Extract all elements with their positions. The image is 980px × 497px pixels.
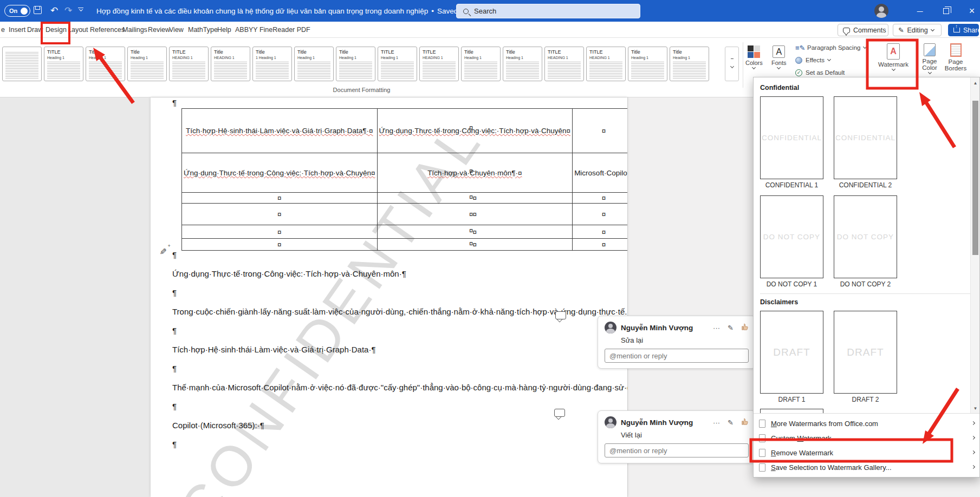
style-set-thumbnail[interactable]: Title 1 Heading 1 — [252, 47, 292, 81]
page-borders-icon — [950, 43, 962, 57]
undo-icon[interactable]: ↶ — [48, 4, 61, 17]
table-cell[interactable]: ¤ — [573, 193, 627, 204]
comments-button[interactable]: Comments — [838, 24, 888, 36]
comment-anchor-icon[interactable] — [554, 409, 565, 417]
ribbon-tab[interactable]: View — [169, 22, 184, 38]
ribbon-tab[interactable]: Insert — [9, 22, 25, 38]
table-cell[interactable]: Tích·hợp·Hệ·sinh·thái·Làm·việc·và·Giá·tr… — [182, 109, 378, 153]
ribbon-tab[interactable]: Draw — [27, 22, 43, 38]
ribbon-tab[interactable]: Design — [46, 22, 67, 38]
table-cell[interactable]: ¤ — [182, 204, 378, 225]
watermark-icon: A — [887, 43, 900, 60]
save-icon[interactable] — [34, 6, 42, 14]
scroll-up-icon[interactable]: ▲ — [971, 79, 980, 88]
scrollbar-thumb[interactable] — [972, 101, 978, 255]
style-set-thumbnail[interactable]: Title Heading 1 — [461, 47, 501, 81]
watermark-button[interactable]: A Watermark — [871, 43, 916, 70]
table-cell[interactable]: ¤ — [377, 225, 573, 239]
table-cell[interactable]: Ứng·dụng·Thực·tế·trong·Công·việc:·Tích·h… — [377, 109, 573, 153]
colors-button[interactable]: Colors — [745, 45, 763, 69]
scroll-down-icon[interactable]: ▼ — [971, 404, 980, 413]
ribbon-tab[interactable]: e — [1, 22, 5, 38]
style-set-thumbnail[interactable]: TITLE HEADING 1 — [586, 47, 626, 81]
restore-button[interactable] — [935, 0, 957, 22]
watermark-menu-item[interactable]: More Watermarks from Office.com — [754, 416, 979, 431]
style-set-thumbnail[interactable]: Title HEADING 1 — [211, 47, 250, 81]
effects-button[interactable]: Effects — [795, 56, 866, 64]
more-options-icon[interactable]: ··· — [713, 324, 720, 332]
table-cell[interactable]: ¤ — [573, 225, 627, 239]
like-icon[interactable] — [741, 323, 749, 332]
watermark-gallery-item[interactable]: DO NOT COPY DO NOT COPY 2 — [834, 195, 897, 288]
watermark-gallery-item[interactable]: DO NOT COPY DO NOT COPY 1 — [760, 195, 823, 288]
minimize-button[interactable]: ─ — [909, 0, 931, 22]
comment-reply-input[interactable] — [605, 349, 749, 363]
table-row: Tích·hợp·Hệ·sinh·thái·Làm·việc·và·Giá·tr… — [182, 109, 628, 153]
style-set-thumbnail[interactable]: Title Heading 1 — [127, 47, 167, 81]
customize-quick-access-icon[interactable] — [78, 8, 83, 12]
thumbnail-body-lines — [297, 62, 330, 79]
paragraph: ¶ — [172, 439, 486, 450]
editor-pen-icon[interactable]: ✎ — [158, 248, 168, 255]
watermark-menu-item[interactable]: Save Selection to Watermark Gallery... — [754, 460, 979, 475]
style-set-thumbnail[interactable]: Title Heading 1 — [628, 47, 667, 81]
table-cell[interactable]: ¤ — [573, 239, 627, 251]
style-set-thumbnail[interactable]: Title Heading 1 — [503, 47, 542, 81]
ribbon-tab[interactable]: References — [90, 22, 125, 38]
autosave-toggle[interactable]: On — [4, 5, 30, 17]
style-set-thumbnail[interactable]: Title Heading 1 — [336, 47, 375, 81]
style-set-thumbnail[interactable]: TITLE Heading 1 — [44, 47, 83, 81]
page-borders-button[interactable]: Page Borders — [943, 43, 969, 71]
style-set-thumbnail[interactable]: TITLE HEADING 1 — [544, 47, 584, 81]
edit-comment-icon[interactable]: ✎ — [728, 418, 734, 427]
style-set-thumbnail[interactable]: TITLE HEADING 1 — [419, 47, 459, 81]
style-set-thumbnail[interactable] — [2, 47, 42, 81]
ribbon-tab[interactable]: Mailings — [122, 22, 147, 38]
comment-card[interactable]: Nguyễn Minh Vượng ··· ✎ Sửa lại — [598, 316, 756, 369]
comment-reply-input[interactable] — [605, 443, 749, 457]
watermark-menu-item[interactable]: Remove Watermark — [754, 446, 979, 460]
table-cell[interactable]: ¤ — [377, 193, 573, 204]
page-color-button[interactable]: Page Color — [918, 43, 942, 74]
redo-icon[interactable]: ↷ — [62, 4, 75, 17]
gallery-more-button[interactable] — [725, 47, 739, 81]
style-set-thumbnail[interactable]: Title Heading 1 — [294, 47, 334, 81]
comment-card[interactable]: Nguyễn Minh Vượng ··· ✎ Viết lại — [598, 410, 756, 463]
more-options-icon[interactable]: ··· — [713, 418, 720, 427]
table-cell[interactable]: ¤ — [573, 204, 627, 225]
dropdown-scrollbar[interactable]: ▲ ▼ — [970, 77, 979, 414]
ribbon-tab[interactable]: Layout — [68, 22, 88, 38]
like-icon[interactable] — [741, 418, 749, 427]
fonts-button[interactable]: A Fonts — [771, 45, 787, 69]
share-button[interactable]: Share — [948, 24, 979, 36]
watermark-gallery-item[interactable]: CONFIDENTIAL CONFIDENTIAL 2 — [834, 96, 897, 189]
style-set-thumbnail[interactable]: Title Heading 1 — [670, 47, 709, 81]
comment-anchor-icon[interactable] — [555, 311, 566, 319]
table-cell[interactable]: ¤ — [573, 109, 627, 153]
table-cell[interactable]: Microsoft·Copilot¤ — [573, 153, 627, 193]
watermark-gallery-item[interactable]: DRAFT DRAFT 2 — [834, 311, 897, 403]
avatar[interactable] — [874, 4, 888, 18]
table-cell[interactable]: Tích·hợp·và·Chuyên·môn¶·¤ — [377, 153, 573, 193]
close-button[interactable]: × — [961, 0, 980, 22]
table-cell[interactable]: ¤ — [182, 225, 378, 239]
editing-mode-button[interactable]: ✎ Editing — [893, 24, 942, 36]
table-cell[interactable]: ¤ — [377, 204, 573, 225]
table-cell[interactable]: ¤ — [182, 193, 378, 204]
table-cell[interactable]: Ứng·dụng·Thực·tế·trong·Công·việc:·Tích·h… — [182, 153, 378, 193]
set-as-default-button[interactable]: ✓ Set as Default — [795, 68, 866, 77]
watermark-gallery-item[interactable]: DRAFT DRAFT 1 — [760, 311, 823, 403]
ribbon-tab[interactable]: Help — [217, 22, 231, 38]
document-page[interactable]: CONFIDENTIAL ¶ Tích·hợp·Hệ·sinh·thái·Làm… — [151, 97, 627, 497]
paragraph-spacing-button[interactable]: ≡✎ Paragraph Spacing — [795, 43, 866, 52]
style-set-thumbnail[interactable]: TITLE HEADING 1 — [169, 47, 209, 81]
style-set-thumbnail[interactable]: Title Heading 1 — [86, 47, 125, 81]
edit-comment-icon[interactable]: ✎ — [728, 324, 734, 332]
ribbon-tab[interactable]: MathType — [188, 22, 218, 38]
ribbon-tab[interactable]: Review — [148, 22, 170, 38]
search-input[interactable]: Search — [456, 4, 640, 18]
style-set-thumbnail[interactable]: TITLE Heading 1 — [378, 47, 417, 81]
ribbon-tab[interactable]: ABBYY FineReader PDF — [235, 22, 310, 38]
watermark-gallery-item[interactable]: CONFIDENTIAL CONFIDENTIAL 1 — [760, 96, 823, 189]
watermark-menu-item[interactable]: Custom Watermark... — [754, 431, 979, 446]
